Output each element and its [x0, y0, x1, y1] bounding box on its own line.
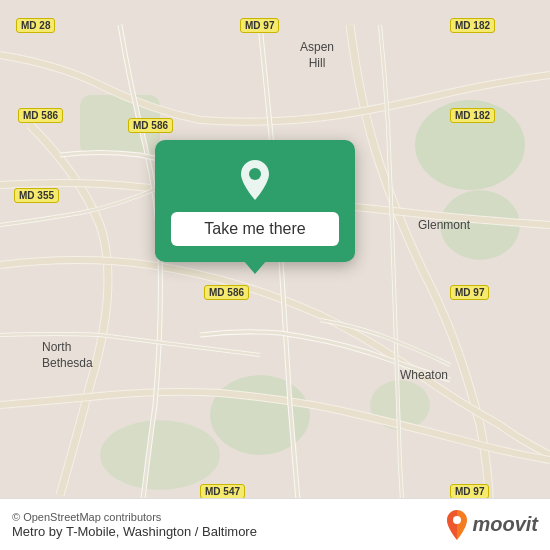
road-label-md586: MD 586: [18, 108, 63, 123]
road-label-md355: MD 355: [14, 188, 59, 203]
moovit-pin-icon: [444, 509, 470, 541]
popup-card: Take me there: [155, 140, 355, 262]
map-background: [0, 0, 550, 550]
svg-point-7: [249, 168, 261, 180]
svg-point-4: [100, 420, 220, 490]
moovit-logo: moovit: [444, 509, 538, 541]
take-me-there-button[interactable]: Take me there: [171, 212, 339, 246]
label-north-bethesda: NorthBethesda: [42, 340, 93, 371]
label-glenmont: Glenmont: [418, 218, 470, 232]
road-label-md28: MD 28: [16, 18, 55, 33]
road-label-md182-right: MD 182: [450, 108, 495, 123]
map-pin-icon: [233, 158, 277, 202]
map-title: Metro by T-Mobile, Washington / Baltimor…: [12, 524, 444, 539]
label-wheaton: Wheaton: [400, 368, 448, 382]
map-container: MD 28 MD 97 MD 182 MD 586 MD 355 MD 586 …: [0, 0, 550, 550]
road-label-md547: MD 547: [200, 484, 245, 499]
road-label-md97-top: MD 97: [240, 18, 279, 33]
bottom-bar: © OpenStreetMap contributors Metro by T-…: [0, 498, 550, 550]
attribution-text: © OpenStreetMap contributors: [12, 511, 444, 523]
label-aspen-hill: AspenHill: [300, 40, 334, 71]
svg-point-8: [453, 516, 461, 524]
road-label-md97-right: MD 97: [450, 285, 489, 300]
road-label-md586-mid: MD 586: [128, 118, 173, 133]
road-label-md586-right: MD 586: [204, 285, 249, 300]
moovit-text: moovit: [472, 513, 538, 536]
road-label-md182-top: MD 182: [450, 18, 495, 33]
road-label-md97-bottom: MD 97: [450, 484, 489, 499]
